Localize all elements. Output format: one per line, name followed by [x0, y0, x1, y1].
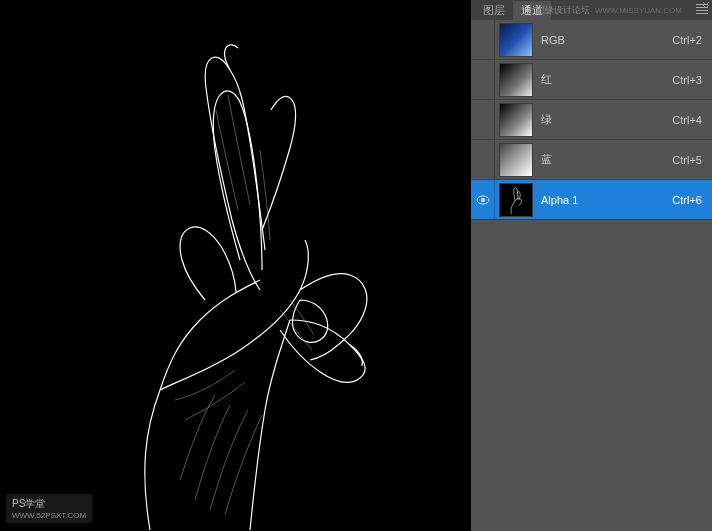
watermark-bottom: PS学堂 WWW.52PSXT.COM	[6, 494, 92, 523]
channel-shortcut-label: Ctrl+3	[672, 74, 712, 86]
channel-name-label: RGB	[533, 34, 672, 46]
channel-name-label: 绿	[533, 112, 672, 127]
channel-shortcut-label: Ctrl+4	[672, 114, 712, 126]
channel-thumbnail	[499, 63, 533, 97]
tab-layers[interactable]: 图层	[475, 1, 513, 20]
channel-thumbnail	[499, 143, 533, 177]
visibility-toggle[interactable]	[471, 20, 495, 59]
channel-name-label: 蓝	[533, 152, 672, 167]
channel-shortcut-label: Ctrl+5	[672, 154, 712, 166]
channel-list: RGBCtrl+2红Ctrl+3绿Ctrl+4蓝Ctrl+5Alpha 1Ctr…	[471, 20, 712, 531]
document-canvas[interactable]	[0, 0, 471, 531]
visibility-toggle[interactable]	[471, 140, 495, 179]
channel-row-green[interactable]: 绿Ctrl+4	[471, 100, 712, 140]
channel-row-alpha[interactable]: Alpha 1Ctrl+6	[471, 180, 712, 220]
visibility-toggle[interactable]	[471, 60, 495, 99]
channel-row-rgb[interactable]: RGBCtrl+2	[471, 20, 712, 60]
channel-shortcut-label: Ctrl+6	[672, 194, 712, 206]
channel-row-blue[interactable]: 蓝Ctrl+5	[471, 140, 712, 180]
watermark-top: 思缘设计论坛 WWW.MISSYUAN.COM	[536, 4, 682, 17]
channel-name-label: Alpha 1	[533, 194, 672, 206]
channel-shortcut-label: Ctrl+2	[672, 34, 712, 46]
visibility-toggle[interactable]	[471, 180, 495, 219]
channel-thumbnail	[499, 103, 533, 137]
canvas-image-hand	[0, 0, 471, 531]
visibility-toggle[interactable]	[471, 100, 495, 139]
panel-header: 图层 通道 思缘设计论坛 WWW.MISSYUAN.COM	[471, 0, 712, 20]
eye-icon	[476, 195, 490, 205]
channel-name-label: 红	[533, 72, 672, 87]
panel-menu-icon[interactable]	[696, 4, 708, 14]
channels-panel: 图层 通道 思缘设计论坛 WWW.MISSYUAN.COM RGBCtrl+2红…	[471, 0, 712, 531]
channel-thumbnail	[499, 183, 533, 217]
channel-row-red[interactable]: 红Ctrl+3	[471, 60, 712, 100]
channel-thumbnail	[499, 23, 533, 57]
svg-point-1	[481, 198, 485, 202]
